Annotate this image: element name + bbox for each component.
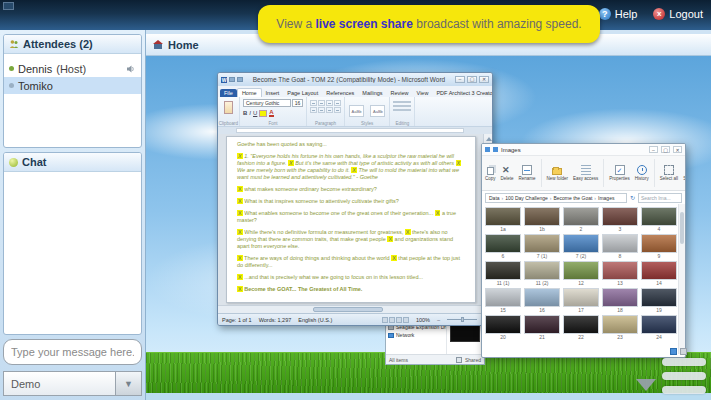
change-styles-button[interactable]: AaBb <box>370 105 385 117</box>
font-name-box[interactable]: Century Gothic <box>243 99 291 107</box>
photo-thumbnail[interactable]: 21 <box>524 315 560 340</box>
explorer-ribbon-properties-button[interactable]: Properties <box>609 165 630 181</box>
breadcrumb-segment[interactable]: 100 Day Challenge <box>505 195 548 201</box>
photo-thumbnail[interactable]: 11 (1) <box>485 261 521 286</box>
paste-icon[interactable] <box>224 101 233 114</box>
attendee-row[interactable]: Tomiko <box>4 77 141 94</box>
underline-button[interactable]: U <box>253 110 257 116</box>
explorer-ribbon-history-button[interactable]: History <box>635 165 649 181</box>
align-center-button[interactable] <box>318 107 325 113</box>
explorer-ribbon-delete-button[interactable]: Delete <box>501 165 514 181</box>
word-tab-view[interactable]: View <box>413 89 433 97</box>
photo-thumbnail[interactable]: 12 <box>563 261 599 286</box>
word-tab-review[interactable]: Review <box>387 89 413 97</box>
demo-dropdown[interactable]: Demo ▼ <box>3 371 142 396</box>
align-left-button[interactable] <box>310 107 317 113</box>
explorer-ribbon-copy-button[interactable]: Copy <box>485 165 496 181</box>
logout-button[interactable]: x Logout <box>653 8 703 20</box>
sort-button[interactable] <box>334 100 341 106</box>
word-close-button[interactable]: ✕ <box>479 76 489 83</box>
photo-thumbnail[interactable]: 22 <box>563 315 599 340</box>
explorer-ribbon-new-folder-button[interactable]: New folder <box>547 165 569 181</box>
help-button[interactable]: ? Help <box>599 8 638 20</box>
font-color-button[interactable]: A <box>269 109 273 117</box>
editing-commands[interactable] <box>393 101 411 111</box>
zoom-out-button[interactable]: − <box>437 317 441 323</box>
overlay-tool-icon[interactable] <box>680 348 687 355</box>
attendee-row[interactable]: Dennis(Host) <box>4 60 141 77</box>
overlay-control-button[interactable] <box>662 358 706 366</box>
word-hscroll-thumb[interactable] <box>313 307 383 312</box>
explorer-scrollbar-thumb[interactable] <box>680 212 684 244</box>
explorer-ribbon-rename-button[interactable]: Rename <box>519 165 536 181</box>
photo-thumbnail[interactable]: 20 <box>485 315 521 340</box>
word-tab-pdf-architect-3-creator[interactable]: PDF Architect 3 Creator <box>432 89 493 97</box>
breadcrumb-segment[interactable]: Data <box>489 195 500 201</box>
bold-button[interactable]: B <box>243 110 247 116</box>
refresh-icon[interactable]: ↻ <box>630 194 635 201</box>
photo-thumbnail[interactable]: 11 (2) <box>524 261 560 286</box>
undo-icon[interactable] <box>237 77 243 82</box>
explorer-scrollbar[interactable] <box>678 204 685 354</box>
overlay-tool-icon[interactable] <box>670 348 677 355</box>
photo-thumbnail[interactable]: 17 <box>563 288 599 313</box>
scroll-up-icon[interactable] <box>486 137 492 141</box>
overlay-control-button[interactable] <box>662 386 706 394</box>
photo-thumbnail[interactable]: 2 <box>563 207 599 232</box>
chat-message-input[interactable] <box>3 339 142 365</box>
word-tab-home[interactable]: Home <box>237 88 262 97</box>
breadcrumb[interactable]: Data›100 Day Challenge›Become the Goat›I… <box>485 193 627 203</box>
photo-thumbnail[interactable]: 4 <box>641 207 677 232</box>
photo-thumbnail[interactable]: 7 (2) <box>563 234 599 259</box>
explorer-ribbon-select-all-button[interactable]: Select all <box>660 165 678 181</box>
photo-thumbnail[interactable]: 19 <box>641 288 677 313</box>
photo-thumbnail[interactable]: 13 <box>602 261 638 286</box>
photo-thumbnail[interactable]: 6 <box>485 234 521 259</box>
word-tab-file[interactable]: File <box>220 89 237 97</box>
photo-thumbnail[interactable]: 18 <box>602 288 638 313</box>
photo-thumbnail[interactable]: 15 <box>485 288 521 313</box>
numbering-button[interactable] <box>318 100 325 106</box>
word-tab-mailings[interactable]: Mailings <box>358 89 386 97</box>
photo-thumbnail[interactable]: 24 <box>641 315 677 340</box>
photo-thumbnail[interactable]: 1a <box>485 207 521 232</box>
photo-thumbnail[interactable]: 9 <box>641 234 677 259</box>
photo-thumbnail[interactable]: 7 (1) <box>524 234 560 259</box>
breadcrumb-segment[interactable]: Images <box>598 195 614 201</box>
word-minimize-button[interactable]: – <box>455 76 465 83</box>
explorer-search-input[interactable]: Search Ima... <box>638 193 682 203</box>
highlight-color-button[interactable] <box>259 110 267 117</box>
explorer-ribbon-select-none-button[interactable]: Select none <box>683 165 685 181</box>
word-maximize-button[interactable]: ▢ <box>467 76 477 83</box>
photo-thumbnail[interactable]: 3 <box>602 207 638 232</box>
photo-thumbnail[interactable]: 23 <box>602 315 638 340</box>
italic-button[interactable]: I <box>249 110 251 116</box>
explorer-minimize-button[interactable]: – <box>649 146 658 153</box>
photo-thumbnail[interactable]: 1b <box>524 207 560 232</box>
breadcrumb-segment[interactable]: Become the Goat <box>553 195 592 201</box>
word-tab-references[interactable]: References <box>322 89 358 97</box>
align-right-button[interactable] <box>326 107 333 113</box>
explorer-maximize-button[interactable]: ▢ <box>661 146 670 153</box>
word-tab-insert[interactable]: Insert <box>262 89 284 97</box>
photo-thumbnail[interactable]: 14 <box>641 261 677 286</box>
view-switcher-buttons[interactable] <box>382 317 409 323</box>
word-tab-page-layout[interactable]: Page Layout <box>283 89 322 97</box>
word-horizontal-scrollbar[interactable] <box>218 305 492 313</box>
save-icon[interactable] <box>229 77 235 82</box>
explorer-ribbon-easy-access-button[interactable]: Easy access <box>573 165 598 181</box>
explorer-qat-icon[interactable] <box>493 147 498 152</box>
photo-thumbnail[interactable]: 8 <box>602 234 638 259</box>
zoom-slider-handle[interactable] <box>461 317 464 322</box>
explorer-close-button[interactable]: ✕ <box>673 146 682 153</box>
indent-button[interactable] <box>326 100 333 106</box>
font-size-box[interactable]: 16 <box>292 99 303 107</box>
drive-nav-item[interactable]: Network <box>386 331 446 339</box>
overlay-collapse-arrow[interactable] <box>636 379 656 391</box>
line-spacing-button[interactable] <box>334 107 341 113</box>
demo-dropdown-arrow-icon[interactable]: ▼ <box>115 372 141 395</box>
quick-style-button[interactable]: AaBb <box>349 105 364 117</box>
bullets-button[interactable] <box>310 100 317 106</box>
overlay-control-button[interactable] <box>662 372 706 380</box>
photo-thumbnail[interactable]: 16 <box>524 288 560 313</box>
